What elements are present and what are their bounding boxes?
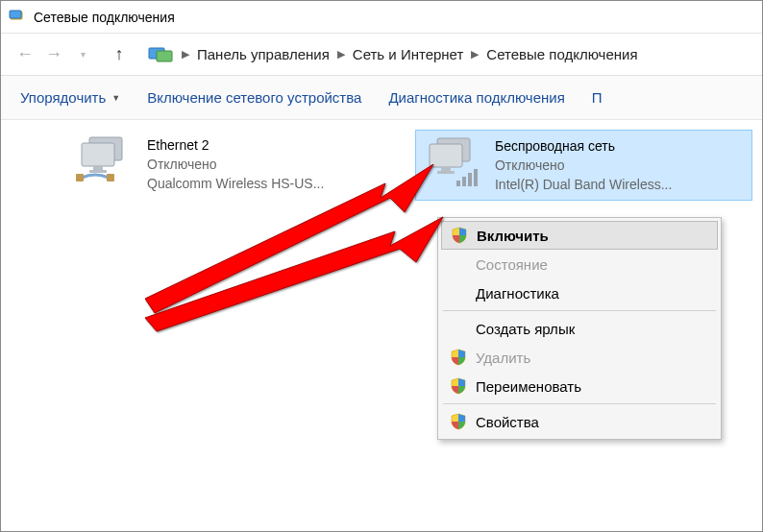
svg-rect-9: [107, 174, 114, 181]
svg-rect-3: [157, 51, 172, 61]
adapter-item-wireless[interactable]: Беспроводная сеть Отключено Intel(R) Dua…: [415, 130, 752, 201]
adapter-status: Отключено: [495, 156, 744, 175]
chevron-down-icon: ▼: [111, 93, 120, 103]
menu-separator: [443, 403, 716, 404]
window-icon: [9, 9, 26, 26]
svg-rect-14: [456, 181, 460, 186]
adapter-list: Ethernet 2 Отключено Qualcomm Wireless H…: [1, 120, 762, 210]
menu-enable[interactable]: Включить: [441, 221, 718, 250]
blank-icon: [449, 283, 468, 302]
menu-separator: [443, 310, 716, 311]
menu-rename-label: Переименовать: [476, 378, 710, 395]
menu-shortcut[interactable]: Создать ярлык: [441, 314, 718, 343]
adapter-name: Беспроводная сеть: [495, 136, 744, 156]
menu-delete-label: Удалить: [476, 350, 710, 366]
breadcrumb-network[interactable]: Сеть и Интернет: [347, 42, 470, 66]
adapter-description: Intel(R) Dual Band Wireless...: [495, 175, 744, 194]
svg-rect-1: [10, 11, 21, 18]
shield-icon: [450, 226, 469, 245]
svg-rect-17: [474, 169, 478, 186]
control-panel-icon: [147, 45, 174, 64]
nav-recent-button[interactable]: ▾: [68, 40, 97, 69]
nav-up-button[interactable]: ↑: [105, 40, 134, 69]
menu-properties-label: Свойства: [476, 414, 710, 430]
svg-rect-5: [82, 143, 114, 166]
menu-state-label: Состояние: [476, 256, 710, 273]
adapter-status: Отключено: [147, 155, 398, 174]
blank-icon: [449, 254, 468, 274]
ethernet-adapter-icon: [76, 135, 137, 189]
menu-diagnose[interactable]: Диагностика: [441, 278, 718, 307]
chevron-right-icon[interactable]: ▶: [335, 48, 347, 60]
shield-icon: [449, 412, 468, 431]
organize-button[interactable]: Упорядочить ▼: [7, 82, 134, 113]
wireless-adapter-icon: [424, 136, 485, 190]
blank-icon: [449, 319, 468, 338]
titlebar: Сетевые подключения: [1, 1, 762, 34]
svg-rect-13: [437, 171, 455, 174]
menu-shortcut-label: Создать ярлык: [476, 321, 710, 337]
shield-icon: [449, 376, 468, 396]
menu-enable-label: Включить: [477, 228, 709, 244]
chevron-right-icon[interactable]: ▶: [180, 48, 191, 60]
svg-rect-8: [76, 174, 84, 181]
diagnose-button[interactable]: Диагностика подключения: [375, 82, 578, 113]
svg-marker-19: [145, 217, 443, 331]
window-title: Сетевые подключения: [34, 10, 175, 25]
adapter-description: Qualcomm Wireless HS-US...: [147, 174, 398, 193]
adapter-info: Беспроводная сеть Отключено Intel(R) Dua…: [495, 136, 744, 194]
menu-rename[interactable]: Переименовать: [441, 372, 718, 400]
toolbar-overflow[interactable]: П: [578, 82, 604, 113]
menu-state: Состояние: [441, 250, 718, 278]
chevron-right-icon[interactable]: ▶: [469, 48, 480, 60]
nav-forward-button[interactable]: →: [39, 40, 68, 69]
enable-device-button[interactable]: Включение сетевого устройства: [134, 82, 375, 113]
svg-rect-6: [93, 166, 103, 170]
svg-rect-12: [441, 167, 451, 171]
context-menu: Включить Состояние Диагностика Создать я…: [437, 217, 722, 440]
toolbar: Упорядочить ▼ Включение сетевого устройс…: [1, 76, 762, 120]
adapter-item-ethernet[interactable]: Ethernet 2 Отключено Qualcomm Wireless H…: [68, 130, 406, 201]
svg-rect-16: [468, 173, 472, 186]
breadcrumb-connections[interactable]: Сетевые подключения: [480, 42, 643, 66]
organize-label: Упорядочить: [20, 89, 106, 106]
navbar: ← → ▾ ↑ ▶ Панель управления ▶ Сеть и Инт…: [1, 34, 762, 76]
adapter-name: Ethernet 2: [147, 135, 398, 155]
menu-properties[interactable]: Свойства: [441, 407, 718, 436]
svg-rect-11: [430, 144, 462, 167]
menu-delete: Удалить: [441, 343, 718, 372]
breadcrumb-root[interactable]: Панель управления: [191, 42, 335, 66]
menu-diagnose-label: Диагностика: [476, 285, 710, 302]
adapter-info: Ethernet 2 Отключено Qualcomm Wireless H…: [147, 135, 398, 193]
annotation-arrow: [145, 212, 453, 337]
svg-rect-7: [89, 170, 107, 173]
svg-rect-15: [462, 177, 466, 186]
shield-icon: [449, 348, 468, 367]
nav-back-button[interactable]: ←: [11, 40, 39, 69]
